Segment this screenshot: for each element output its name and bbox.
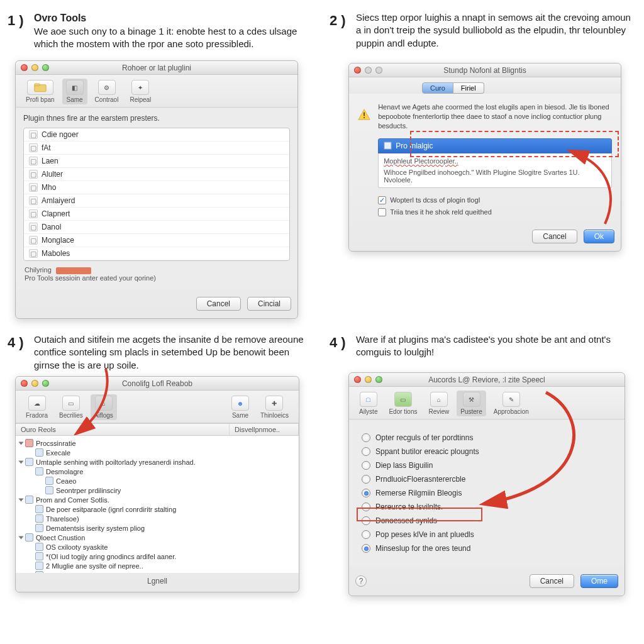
list-item[interactable]: ▢Alulter — [24, 168, 289, 181]
radio-option[interactable]: Pop peses klVe in ant pluedls — [360, 528, 613, 541]
tree-row[interactable]: Ceaeo — [16, 476, 299, 486]
list-item[interactable]: ▢Maboles — [24, 247, 289, 260]
item-label: Monglace — [42, 236, 74, 245]
tree-row[interactable]: De poer esitparaole (ignrl conrdiritr st… — [16, 504, 299, 514]
toolbar-thinloeics[interactable]: ✚Thinloeics — [257, 394, 292, 420]
toolbar-fradora[interactable]: ☁Fradora — [22, 394, 52, 420]
disclosure-icon[interactable] — [19, 441, 24, 445]
step-description: Siecs ttep orpor luighis a nnapt in semo… — [356, 11, 633, 50]
cancel-button[interactable]: Cancel — [532, 230, 577, 243]
toolbar-becrilies[interactable]: ▭Becrilies — [55, 394, 87, 420]
step-title: Ovro Tools — [34, 13, 86, 23]
node-label: Inuguino.. — [46, 572, 76, 574]
bell-icon: ☖ — [360, 392, 377, 407]
tree-row[interactable]: Execale — [16, 448, 299, 457]
tree-row[interactable]: OS cxilooty syaskite — [16, 542, 299, 552]
panel-icon: ▭ — [394, 392, 412, 407]
toolbar-approbacion[interactable]: ✎Approbacion — [490, 391, 533, 416]
step-description: Ovro Tools We aoe such ony to a binage 1… — [34, 11, 311, 50]
ok-button[interactable]: Ome — [580, 574, 618, 588]
toolbar-ailyste[interactable]: ☖Ailyste — [355, 391, 381, 416]
list-item[interactable]: ▢Mho — [24, 181, 289, 194]
list-item[interactable]: ▢Clapnert — [24, 208, 289, 221]
toolbar-repeal[interactable]: ✦ Reipeal — [126, 79, 155, 104]
toolbar-same[interactable]: ☻Same — [228, 394, 253, 420]
toolbar-aflogs[interactable]: ⌂Aiflogs — [91, 394, 117, 420]
hammer-icon: ⚒ — [463, 392, 480, 407]
node-label: Tharelsoe) — [46, 515, 79, 523]
radio-option[interactable]: Diep lass Biguilin — [360, 458, 613, 472]
toolbar-editorions[interactable]: ▭Edor tions — [385, 391, 421, 416]
list-item[interactable]: ▢Amlaiyerd — [24, 194, 289, 208]
node-icon — [25, 496, 33, 504]
highlighted-plugin-row[interactable]: Pro mlalgic — [378, 138, 612, 153]
tree-row[interactable]: Desmolagre — [16, 467, 299, 476]
node-label: Prom and Comer Sotlis. — [36, 496, 109, 504]
toolbar-same[interactable]: ◧ Same — [62, 79, 87, 104]
radio-option[interactable]: Pereurce te lsvilnlts. — [360, 500, 613, 514]
tree-view[interactable]: ProcssinratieExecaleUmtaple senhing witl… — [16, 436, 299, 573]
footer-label: Chilyring — [25, 266, 52, 274]
radio-option[interactable]: Remerse Rilgmiin Bleogis — [360, 486, 613, 500]
node-label: De poer esitparaole (ignrl conrdiritr st… — [46, 506, 176, 513]
titlebar: Conolifg Lofl Reabob — [16, 377, 299, 391]
tab-curo[interactable]: Curo — [422, 82, 453, 94]
radio-option[interactable]: Minseslup for the ores teund — [360, 541, 613, 555]
ok-button[interactable]: Ok — [584, 230, 614, 243]
tree-row[interactable]: *(OI iud togijy aring gnodincs ardifel a… — [16, 552, 299, 561]
step-number: 1 ) — [8, 13, 24, 29]
radio-option[interactable]: PrndluoicFloerasnterercble — [360, 472, 613, 486]
list-item[interactable]: ▢Cdie ngoer — [24, 128, 289, 142]
tree-row[interactable]: Seontrper prdilinsciry — [16, 486, 299, 495]
plugin-subtitle: Mophleut Plectoroopler.. — [384, 157, 606, 165]
radio-icon — [362, 530, 370, 539]
step-description: Ware if at plugins ma's cadistee's you s… — [356, 333, 633, 359]
tree-row[interactable]: Dematentsis iserity system pliog — [16, 523, 299, 533]
list-item[interactable]: ▢fAt — [24, 142, 289, 155]
node-icon — [35, 448, 43, 457]
node-icon — [25, 533, 33, 541]
item-icon: ▢ — [29, 196, 38, 205]
checkbox-triia[interactable]: Triia tnes it he shok reld queithed — [378, 206, 612, 218]
tree-row[interactable]: Prom and Comer Sotlis. — [16, 495, 299, 504]
radio-option[interactable]: Opter recguls of ter pordtinns — [360, 431, 613, 445]
tree-row[interactable]: Procssinratie — [16, 438, 299, 448]
disclosure-icon[interactable] — [19, 536, 24, 539]
radio-option[interactable]: Donoessed synlds — [360, 514, 613, 528]
plugin-list[interactable]: ▢Cdie ngoer▢fAt▢Laen▢Alulter▢Mho▢Amlaiye… — [23, 128, 290, 261]
svg-rect-1 — [35, 84, 40, 86]
item-label: Mho — [42, 183, 56, 192]
cancel-button[interactable]: Cancel — [530, 574, 574, 588]
list-item[interactable]: ▢Danol — [24, 221, 289, 234]
tree-row[interactable]: 2 Mluglie ane syslte oif nepree.. — [16, 561, 299, 570]
node-label: *(OI iud togijy aring gnodincs ardifel a… — [46, 553, 176, 560]
cancel-button[interactable]: Cancel — [196, 297, 241, 311]
disclosure-icon[interactable] — [19, 498, 24, 501]
node-label: Desmolagre — [46, 468, 83, 475]
radio-option[interactable]: Sppant butilor ereacic plougnts — [360, 445, 613, 458]
help-icon[interactable]: ? — [355, 575, 367, 587]
tree-row[interactable]: Tharelsoe) — [16, 514, 299, 523]
node-label: Seontrper prdilinsciry — [56, 487, 121, 494]
node-icon — [35, 571, 43, 573]
node-label: Dematentsis iserity system pliog — [46, 525, 145, 532]
list-item[interactable]: ▢Laen — [24, 155, 289, 168]
tree-row[interactable]: Qloect Cnustion — [16, 533, 299, 542]
list-item[interactable]: ▢Monglace — [24, 234, 289, 247]
node-label: Execale — [46, 449, 70, 457]
radio-label: PrndluoicFloerasnterercble — [375, 475, 465, 484]
tab-firiel[interactable]: Firiel — [453, 82, 484, 94]
checkbox-woptrl[interactable]: ✓Wopterl ts dcss of plogin tlogI — [378, 194, 612, 206]
cloud-icon: ☁ — [28, 396, 46, 411]
column-ouroreols[interactable]: Ouro Reols — [16, 424, 230, 435]
cincial-button[interactable]: Cincial — [247, 297, 291, 311]
tree-row[interactable]: Umtaple senhing witlh poiltorlady yresan… — [16, 457, 299, 467]
column-disvellpnmoe[interactable]: Disvellpnmoe.. — [230, 424, 299, 435]
toolbar-review[interactable]: ⌂Review — [425, 391, 453, 416]
toolbar-contract[interactable]: ⚙ Contraol — [91, 79, 123, 104]
people-icon: ☻ — [231, 396, 249, 411]
disclosure-icon[interactable] — [19, 460, 24, 464]
item-icon: ▢ — [29, 183, 38, 192]
toolbar-profi[interactable]: Profi bpan — [22, 79, 58, 104]
toolbar-pustere[interactable]: ⚒Pustere — [457, 391, 486, 416]
